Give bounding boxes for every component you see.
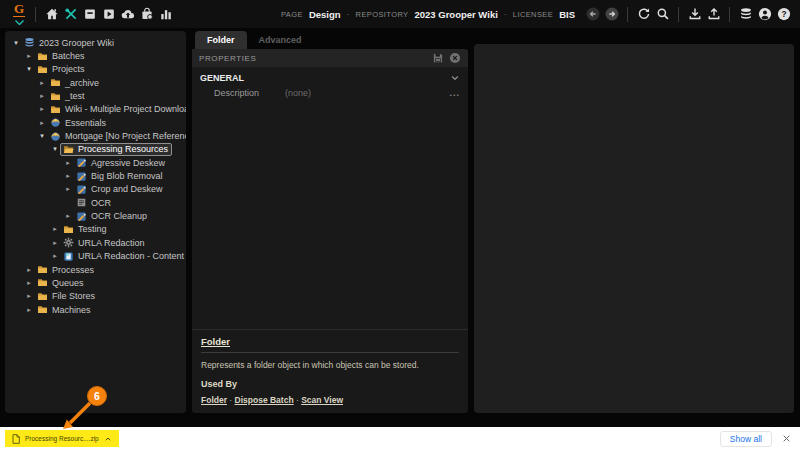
show-all-button[interactable]: Show all (720, 431, 772, 447)
property-value[interactable]: (none) (285, 88, 311, 98)
tree-item-core[interactable]: Testing (60, 223, 111, 236)
folder-icon (37, 304, 48, 315)
tree-item-core[interactable]: Batches (34, 50, 89, 63)
tree-expander-icon[interactable]: ▸ (24, 265, 34, 275)
tree-item-core[interactable]: Processing Resources (60, 143, 172, 156)
tree-item-ocr-cleanup[interactable]: ▸OCR Cleanup (5, 209, 186, 222)
tree-item-processes[interactable]: ▸Processes (5, 263, 186, 276)
tree-expander-icon[interactable]: ▾ (37, 131, 47, 141)
tree-expander-icon[interactable]: ▸ (24, 51, 34, 61)
tree-item-agressive-deskew[interactable]: ▸Agressive Deskew (5, 156, 186, 169)
tree-item-core[interactable]: Machines (34, 303, 95, 316)
tree-item-batches[interactable]: ▸Batches (5, 49, 186, 62)
tree-expander-icon[interactable]: ▸ (37, 91, 47, 101)
tree-item-file-stores[interactable]: ▸File Stores (5, 290, 186, 303)
repository-value[interactable]: 2023 Grooper Wiki (414, 9, 497, 20)
tree-expander-icon[interactable]: ▸ (50, 238, 60, 248)
tree-item-core[interactable]: Queues (34, 276, 88, 289)
tree-expander-icon[interactable]: ▸ (63, 171, 73, 181)
tree-expander-icon[interactable]: ▸ (50, 251, 60, 261)
tree-item-core[interactable]: Essentials (47, 116, 110, 129)
tree-item-core[interactable]: URLA Redaction - Content Model (60, 250, 186, 263)
tab-advanced[interactable]: Advanced (247, 31, 314, 49)
tree-expander-icon[interactable]: ▸ (37, 104, 47, 114)
tools-icon[interactable] (64, 7, 78, 21)
tree-item-core[interactable]: 2023 Grooper Wiki (21, 36, 118, 49)
profile-icon[interactable] (758, 7, 772, 21)
database-icon[interactable] (739, 7, 753, 21)
general-section-header[interactable]: GENERAL (192, 67, 468, 85)
batch-box-icon[interactable] (83, 7, 97, 21)
tree-item-core[interactable]: Agressive Deskew (73, 156, 169, 169)
tree-item-core[interactable]: _test (47, 90, 89, 103)
help-title-link[interactable]: Folder (201, 336, 230, 347)
back-icon[interactable] (586, 7, 600, 21)
tree-item-machines[interactable]: ▸Machines (5, 303, 186, 316)
used-by-link-folder[interactable]: Folder (201, 395, 227, 405)
tree-item-core[interactable]: OCR (73, 196, 115, 209)
used-by-link-dispose-batch[interactable]: Dispose Batch (235, 395, 294, 405)
tree-expander-icon[interactable]: ▸ (63, 184, 73, 194)
used-by-link-scan-view[interactable]: Scan View (301, 395, 343, 405)
tree-expander-icon[interactable]: ▸ (24, 305, 34, 315)
tree-expander-icon[interactable]: ▾ (24, 64, 34, 74)
collapse-chevron-icon[interactable] (450, 73, 460, 83)
play-box-icon[interactable] (102, 7, 116, 21)
refresh-icon[interactable] (637, 7, 651, 21)
tree-item-core[interactable]: Crop and Deskew (73, 183, 167, 196)
tree-expander-icon[interactable]: ▸ (50, 224, 60, 234)
tree-item-essentials[interactable]: ▸Essentials (5, 116, 186, 129)
help-icon[interactable]: ? (777, 7, 791, 21)
tree-item-testing[interactable]: ▸Testing (5, 223, 186, 236)
tree-expander-icon[interactable]: ▸ (63, 158, 73, 168)
tree-item-2023-grooper-wiki[interactable]: ▾2023 Grooper Wiki (5, 36, 186, 49)
tree-item-queues[interactable]: ▸Queues (5, 276, 186, 289)
upload-icon[interactable] (707, 7, 721, 21)
page-value[interactable]: Design (309, 9, 341, 20)
tree-item-urla-redaction[interactable]: ▸URLA Redaction (5, 236, 186, 249)
save-icon[interactable] (432, 52, 444, 64)
tree-expander-icon[interactable]: ▸ (24, 291, 34, 301)
tree-expander-icon[interactable]: ▾ (11, 38, 21, 48)
tree-expander-icon[interactable]: ▸ (37, 118, 47, 128)
tree-item-ocr[interactable]: OCR (5, 196, 186, 209)
tree-item-test[interactable]: ▸_test (5, 89, 186, 102)
tree-item-core[interactable]: File Stores (34, 290, 99, 303)
tab-folder[interactable]: Folder (195, 31, 247, 49)
tree-item-core[interactable]: Wiki - Multiple Project Download (47, 103, 186, 116)
tree-item-wiki-multiple-project-download[interactable]: ▸Wiki - Multiple Project Download (5, 103, 186, 116)
tree-item-archive[interactable]: ▸_archive (5, 76, 186, 89)
bar-chart-icon[interactable] (159, 7, 173, 21)
cloud-upload-icon[interactable] (121, 7, 135, 21)
tree-item-label: OCR (91, 198, 111, 208)
tree-item-crop-and-deskew[interactable]: ▸Crop and Deskew (5, 183, 186, 196)
tree-item-big-blob-removal[interactable]: ▸Big Blob Removal (5, 169, 186, 182)
close-downloads-bar-icon[interactable] (782, 434, 791, 443)
tree-item-core[interactable]: _archive (47, 76, 103, 89)
download-item-chip[interactable]: Processing Resourc....zip (5, 430, 119, 447)
forward-icon[interactable] (605, 7, 619, 21)
tree-item-mortgage-no-project-references[interactable]: ▾Mortgage [No Project References] (5, 129, 186, 142)
tree-item-processing-resources[interactable]: ▾Processing Resources (5, 143, 186, 156)
tree-expander-icon[interactable]: ▾ (50, 144, 60, 154)
tree-item-core[interactable]: Projects (34, 63, 89, 76)
tree-item-urla-redaction-content-model[interactable]: ▸URLA Redaction - Content Model (5, 250, 186, 263)
ellipsis-button[interactable]: ... (449, 88, 460, 98)
close-circle-icon[interactable] (449, 52, 461, 64)
search-icon[interactable] (656, 7, 670, 21)
download-icon[interactable] (688, 7, 702, 21)
tree-expander-icon[interactable]: ▸ (37, 78, 47, 88)
tree-item-projects[interactable]: ▾Projects (5, 63, 186, 76)
tree-item-core[interactable]: Processes (34, 263, 98, 276)
property-row-description[interactable]: Description (none) ... (192, 85, 468, 100)
home-icon[interactable] (45, 7, 59, 21)
tree-item-core[interactable]: Mortgage [No Project References] (47, 130, 186, 143)
chevron-up-icon[interactable] (104, 435, 112, 443)
tree-item-core[interactable]: OCR Cleanup (73, 210, 151, 223)
tree-expander-icon[interactable]: ▸ (24, 278, 34, 288)
tree-item-core[interactable]: Big Blob Removal (73, 170, 167, 183)
shop-bag-icon[interactable] (140, 7, 154, 21)
tree-expander-icon[interactable]: ▸ (63, 211, 73, 221)
grooper-logo[interactable]: G (9, 3, 29, 25)
tree-item-core[interactable]: URLA Redaction (60, 236, 149, 249)
